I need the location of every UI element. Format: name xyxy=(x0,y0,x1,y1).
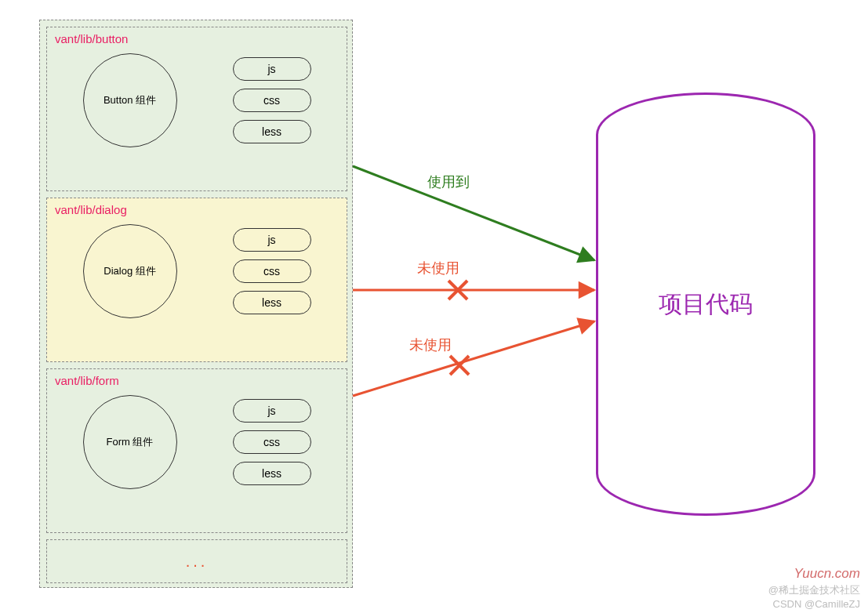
pill-css: css xyxy=(233,89,311,112)
pill-stack: js css less xyxy=(233,228,311,314)
target-box: 项目代码 xyxy=(596,92,815,516)
cross-icon xyxy=(450,356,469,375)
modules-container: vant/lib/button Button 组件 js css less va… xyxy=(39,20,353,588)
pill-stack: js css less xyxy=(233,399,311,485)
svg-line-1 xyxy=(449,281,467,299)
svg-line-0 xyxy=(449,281,467,299)
pill-js: js xyxy=(233,399,311,423)
target-label: 项目代码 xyxy=(659,288,753,321)
watermark-line1: @稀土掘金技术社区 xyxy=(768,583,860,597)
module-title: vant/lib/button xyxy=(55,32,339,45)
module-form: vant/lib/form Form 组件 js css less xyxy=(46,368,347,533)
module-dialog: vant/lib/dialog Dialog 组件 js css less xyxy=(46,198,347,362)
edge-label-unused-2: 未使用 xyxy=(409,336,452,354)
pill-less: less xyxy=(233,120,311,143)
module-body: Form 组件 js css less xyxy=(55,387,339,500)
svg-line-2 xyxy=(450,356,469,375)
edge-label-unused-1: 未使用 xyxy=(417,259,459,277)
pill-js: js xyxy=(233,228,311,252)
module-title: vant/lib/form xyxy=(55,374,339,387)
module-title: vant/lib/dialog xyxy=(55,203,339,216)
watermark-line2: CSDN @CamilleZJ xyxy=(773,598,860,610)
component-circle: Button 组件 xyxy=(83,53,177,147)
pill-css: css xyxy=(233,430,311,454)
pill-css: css xyxy=(233,259,311,283)
svg-line-3 xyxy=(450,356,469,375)
pill-js: js xyxy=(233,57,311,81)
component-circle: Dialog 组件 xyxy=(83,224,177,318)
arrow-unused-2 xyxy=(353,321,594,396)
module-body: Button 组件 js css less xyxy=(55,45,339,158)
pill-stack: js css less xyxy=(233,57,311,143)
component-circle: Form 组件 xyxy=(83,395,177,489)
watermark-site: Yuucn.com xyxy=(794,566,860,582)
pill-less: less xyxy=(233,462,311,485)
cross-icon xyxy=(449,281,467,299)
edge-label-used: 使用到 xyxy=(427,172,470,191)
module-body: Dialog 组件 js css less xyxy=(55,216,339,329)
module-button: vant/lib/button Button 组件 js css less xyxy=(46,27,347,191)
ellipsis-text: ... xyxy=(186,553,209,571)
pill-less: less xyxy=(233,291,311,314)
arrow-used xyxy=(353,166,594,260)
ellipsis-row: ... xyxy=(46,539,347,583)
